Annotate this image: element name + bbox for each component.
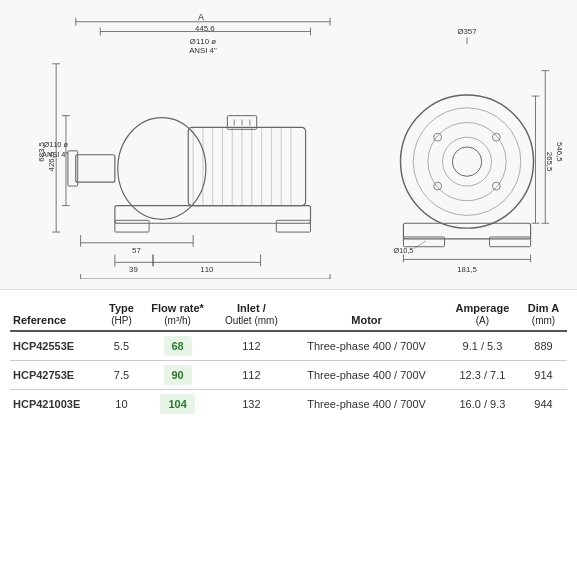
cell-motor: Three-phase 400 / 700V [288, 331, 445, 361]
svg-point-65 [434, 182, 442, 190]
cell-type: 7.5 [102, 361, 141, 390]
svg-point-59 [413, 108, 521, 216]
table-row: HCP42753E 7.5 90 112 Three-phase 400 / 7… [10, 361, 567, 390]
svg-point-64 [492, 133, 500, 141]
cell-ref: HCP421003E [10, 390, 102, 419]
svg-text:ANSI 4": ANSI 4" [189, 46, 217, 55]
table-row: HCP421003E 10 104 132 Three-phase 400 / … [10, 390, 567, 419]
svg-text:Ø110 ø: Ø110 ø [190, 37, 216, 46]
col-header-motor: Motor [288, 298, 445, 331]
table-header-row: Reference Type (HP) Flow rate* (m³/h) In… [10, 298, 567, 331]
svg-text:57: 57 [132, 246, 141, 255]
table-row: HCP42553E 5.5 68 112 Three-phase 400 / 7… [10, 331, 567, 361]
technical-diagram: A 445,6 Ø110 ø ANSI 4" [0, 0, 577, 290]
svg-rect-11 [115, 220, 149, 232]
cell-inlet: 112 [214, 331, 288, 361]
cell-flow: 68 [141, 331, 215, 361]
svg-point-29 [118, 118, 206, 220]
svg-text:445,6: 445,6 [195, 24, 215, 33]
col-header-type: Type (HP) [102, 298, 141, 331]
svg-point-58 [401, 95, 534, 228]
svg-point-66 [492, 182, 500, 190]
svg-point-63 [434, 133, 442, 141]
col-header-flow: Flow rate* (m³/h) [141, 298, 215, 331]
svg-text:265,5: 265,5 [545, 152, 554, 172]
cell-dim: 944 [520, 390, 567, 419]
col-header-amperage: Amperage (A) [445, 298, 520, 331]
svg-text:A: A [198, 12, 204, 22]
svg-text:ANSI 4": ANSI 4" [42, 150, 68, 159]
col-header-dim: Dim A (mm) [520, 298, 567, 331]
svg-text:110: 110 [200, 265, 214, 274]
cell-flow: 104 [141, 390, 215, 419]
cell-dim: 914 [520, 361, 567, 390]
svg-text:546,5: 546,5 [555, 142, 564, 162]
specifications-table-section: Reference Type (HP) Flow rate* (m³/h) In… [0, 290, 577, 426]
cell-amp: 12.3 / 7.1 [445, 361, 520, 390]
cell-inlet: 112 [214, 361, 288, 390]
cell-inlet: 132 [214, 390, 288, 419]
svg-point-62 [452, 147, 481, 176]
cell-amp: 16.0 / 9.3 [445, 390, 520, 419]
svg-line-79 [414, 241, 426, 249]
cell-ref: HCP42553E [10, 331, 102, 361]
cell-type: 5.5 [102, 331, 141, 361]
col-header-reference: Reference [10, 298, 102, 331]
cell-flow: 90 [141, 361, 215, 390]
svg-text:181,5: 181,5 [457, 265, 477, 274]
specifications-table: Reference Type (HP) Flow rate* (m³/h) In… [10, 298, 567, 418]
cell-type: 10 [102, 390, 141, 419]
cell-amp: 9.1 / 5.3 [445, 331, 520, 361]
cell-motor: Three-phase 400 / 700V [288, 361, 445, 390]
cell-ref: HCP42753E [10, 361, 102, 390]
svg-text:Ø357: Ø357 [457, 27, 476, 36]
svg-point-61 [443, 137, 492, 186]
svg-rect-12 [276, 220, 310, 232]
col-header-inlet: Inlet / Outlet (mm) [214, 298, 288, 331]
svg-text:Ø10,5: Ø10,5 [393, 246, 413, 255]
svg-text:Ø110 ø: Ø110 ø [43, 140, 68, 149]
cell-motor: Three-phase 400 / 700V [288, 390, 445, 419]
cell-dim: 889 [520, 331, 567, 361]
svg-rect-30 [76, 155, 115, 182]
svg-text:39: 39 [129, 265, 138, 274]
